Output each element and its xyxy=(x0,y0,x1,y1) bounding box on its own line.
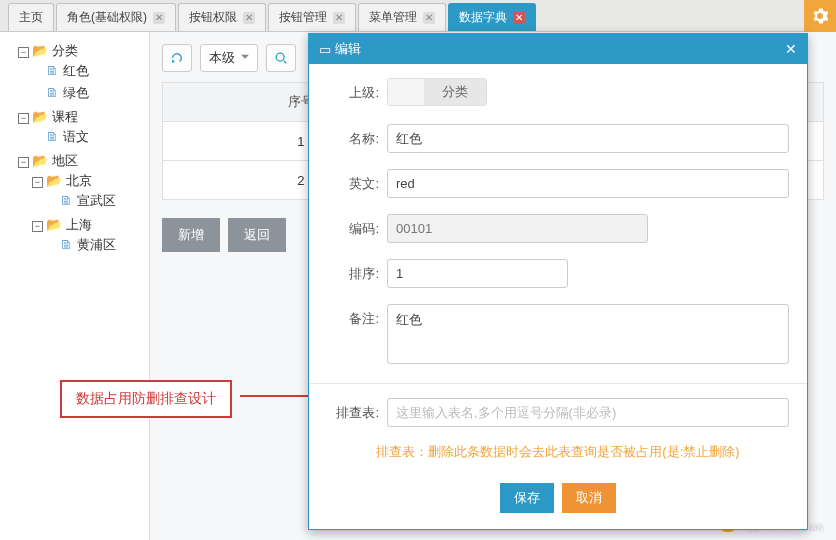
folder-open-icon: 📂 xyxy=(46,217,62,232)
checktable-field[interactable] xyxy=(387,398,789,427)
tree-node-语文[interactable]: 🗎 语文 xyxy=(32,126,145,148)
en-field[interactable] xyxy=(387,169,789,198)
tree-toggle-icon[interactable]: − xyxy=(18,157,29,168)
breadcrumb-seg[interactable]: 分类 xyxy=(424,79,486,105)
document-icon: 🗎 xyxy=(46,85,59,100)
tab-按钮管理[interactable]: 按钮管理✕ xyxy=(268,3,356,31)
tree-label: 语文 xyxy=(59,129,89,144)
svg-line-1 xyxy=(284,61,287,64)
tree-label: 上海 xyxy=(62,217,92,232)
close-icon[interactable]: ✕ xyxy=(785,41,797,57)
save-button[interactable]: 保存 xyxy=(500,483,554,513)
remark-field[interactable] xyxy=(387,304,789,364)
tab-主页[interactable]: 主页 xyxy=(8,3,54,31)
tree-toggle-icon[interactable]: − xyxy=(32,177,43,188)
modal-icon: ▭ xyxy=(319,42,331,57)
cancel-button[interactable]: 取消 xyxy=(562,483,616,513)
tree-toggle-icon[interactable]: − xyxy=(18,47,29,58)
document-icon: 🗎 xyxy=(60,237,73,252)
tab-close-icon[interactable]: ✕ xyxy=(333,12,345,24)
tree-label: 红色 xyxy=(59,63,89,78)
refresh-icon[interactable] xyxy=(162,44,192,72)
level-select[interactable]: 本级 xyxy=(200,44,258,72)
field-label-check: 排查表: xyxy=(327,398,387,422)
tree-node-红色[interactable]: 🗎 红色 xyxy=(32,60,145,82)
tree-node-宣武区[interactable]: 🗎 宣武区 xyxy=(46,190,145,212)
gear-icon[interactable] xyxy=(804,0,836,32)
category-tree: −📂 分类🗎 红色🗎 绿色−📂 课程🗎 语文−📂 地区−📂 北京🗎 宣武区−📂 … xyxy=(0,32,150,540)
breadcrumb-seg[interactable] xyxy=(388,79,424,105)
tree-label: 分类 xyxy=(48,43,78,58)
field-label-code: 编码: xyxy=(327,214,387,238)
tab-数据字典[interactable]: 数据字典✕ xyxy=(448,3,536,31)
search-icon[interactable] xyxy=(266,44,296,72)
modal-title: 编辑 xyxy=(335,40,361,58)
tree-label: 地区 xyxy=(48,153,78,168)
tree-node-分类[interactable]: −📂 分类🗎 红色🗎 绿色 xyxy=(18,40,145,106)
tree-node-上海[interactable]: −📂 上海🗎 黄浦区 xyxy=(32,214,145,258)
field-label-name: 名称: xyxy=(327,124,387,148)
tab-菜单管理[interactable]: 菜单管理✕ xyxy=(358,3,446,31)
folder-open-icon: 📂 xyxy=(32,109,48,124)
folder-open-icon: 📂 xyxy=(32,153,48,168)
tree-label: 宣武区 xyxy=(73,193,116,208)
tab-角色(基础权限)[interactable]: 角色(基础权限)✕ xyxy=(56,3,176,31)
document-icon: 🗎 xyxy=(46,63,59,78)
top-tab-bar: 主页角色(基础权限)✕按钮权限✕按钮管理✕菜单管理✕数据字典✕ xyxy=(0,0,836,32)
check-hint: 排查表：删除此条数据时会去此表查询是否被占用(是:禁止删除) xyxy=(327,443,789,461)
code-field xyxy=(387,214,648,243)
add-button[interactable]: 新增 xyxy=(162,218,220,252)
parent-breadcrumb[interactable]: 分类 xyxy=(387,78,487,106)
tab-close-icon[interactable]: ✕ xyxy=(423,12,435,24)
name-field[interactable] xyxy=(387,124,789,153)
document-icon: 🗎 xyxy=(46,129,59,144)
field-label-remark: 备注: xyxy=(327,304,387,328)
tree-node-课程[interactable]: −📂 课程🗎 语文 xyxy=(18,106,145,150)
tree-label: 课程 xyxy=(48,109,78,124)
document-icon: 🗎 xyxy=(60,193,73,208)
field-label-parent: 上级: xyxy=(327,78,387,102)
tab-按钮权限[interactable]: 按钮权限✕ xyxy=(178,3,266,31)
level-select-value: 本级 xyxy=(209,49,235,67)
svg-point-0 xyxy=(276,53,284,61)
tree-node-地区[interactable]: −📂 地区−📂 北京🗎 宣武区−📂 上海🗎 黄浦区 xyxy=(18,150,145,260)
annotation-callout: 数据占用防删排查设计 xyxy=(60,380,232,418)
tree-label: 北京 xyxy=(62,173,92,188)
folder-open-icon: 📂 xyxy=(46,173,62,188)
field-label-sort: 排序: xyxy=(327,259,387,283)
tab-close-icon[interactable]: ✕ xyxy=(513,12,525,24)
tree-node-绿色[interactable]: 🗎 绿色 xyxy=(32,82,145,104)
tab-close-icon[interactable]: ✕ xyxy=(243,12,255,24)
tree-toggle-icon[interactable]: − xyxy=(18,113,29,124)
back-button[interactable]: 返回 xyxy=(228,218,286,252)
tree-label: 黄浦区 xyxy=(73,237,116,252)
folder-open-icon: 📂 xyxy=(32,43,48,58)
tree-toggle-icon[interactable]: − xyxy=(32,221,43,232)
tree-label: 绿色 xyxy=(59,85,89,100)
tree-node-北京[interactable]: −📂 北京🗎 宣武区 xyxy=(32,170,145,214)
tab-close-icon[interactable]: ✕ xyxy=(153,12,165,24)
tree-node-黄浦区[interactable]: 🗎 黄浦区 xyxy=(46,234,145,256)
sort-field[interactable] xyxy=(387,259,568,288)
field-label-en: 英文: xyxy=(327,169,387,193)
edit-modal: ▭ 编辑 ✕ 上级: 分类 名称: 英文: 编码: 排序: xyxy=(308,33,808,530)
